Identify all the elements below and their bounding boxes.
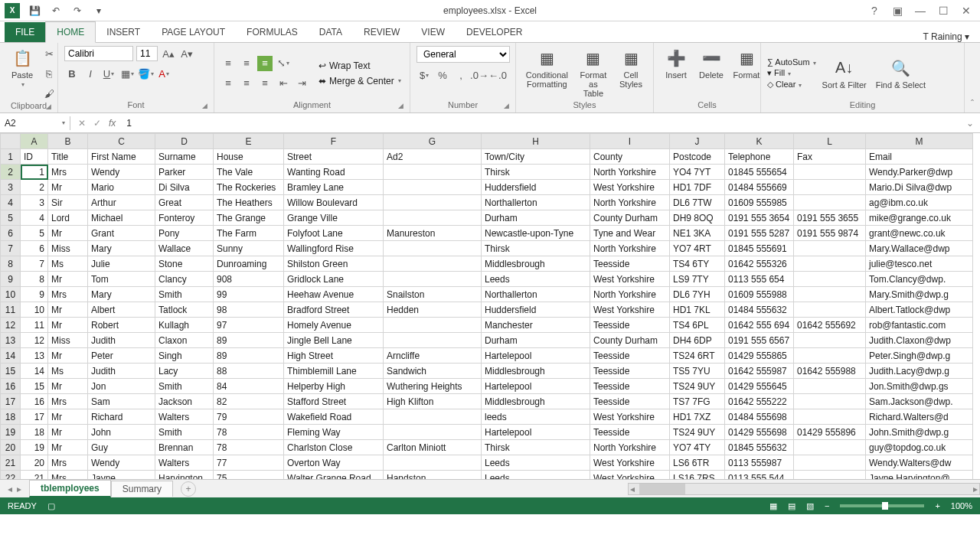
cell[interactable]: 01484 555698 xyxy=(725,409,794,425)
find-select-button[interactable]: 🔍Find & Select xyxy=(873,56,929,91)
cell[interactable] xyxy=(384,241,482,256)
cell[interactable]: YO7 4RT xyxy=(670,241,725,256)
cell[interactable]: 0191 555 6567 xyxy=(725,333,794,348)
row-header[interactable]: 7 xyxy=(1,241,21,256)
cell[interactable]: Grant xyxy=(88,226,155,241)
cell[interactable]: First Name xyxy=(88,149,155,165)
cell[interactable]: Jon xyxy=(88,379,155,394)
cell[interactable]: Bramley Lane xyxy=(284,180,384,195)
cell[interactable]: Wuthering Heights xyxy=(384,379,482,394)
col-header[interactable]: I xyxy=(590,134,670,149)
cell[interactable]: Jackson xyxy=(155,394,214,409)
cell[interactable]: 01642 555222 xyxy=(725,394,794,409)
cell[interactable] xyxy=(384,210,482,226)
cell[interactable]: Julie xyxy=(88,256,155,272)
cell[interactable] xyxy=(794,195,866,210)
cut-icon[interactable]: ✂ xyxy=(41,46,57,61)
row-header[interactable]: 1 xyxy=(1,149,21,165)
cell[interactable]: Sam.Jackson@dwp. xyxy=(866,394,973,409)
cell[interactable]: Wakefield Road xyxy=(284,409,384,425)
enter-formula-icon[interactable]: ✓ xyxy=(93,118,101,129)
cell[interactable]: 7 xyxy=(21,256,48,272)
cell[interactable]: Smith xyxy=(155,379,214,394)
cell[interactable]: LS16 7RS xyxy=(670,471,725,480)
close-icon[interactable]: ✕ xyxy=(960,5,972,17)
cell[interactable]: Charlston Close xyxy=(284,440,384,455)
cell[interactable]: Brennan xyxy=(155,440,214,455)
cell[interactable]: Huddersfield xyxy=(482,302,590,318)
cell[interactable]: 0191 555 9874 xyxy=(794,226,866,241)
tab-review[interactable]: REVIEW xyxy=(353,22,410,42)
cell[interactable]: leeds xyxy=(482,409,590,425)
cell[interactable]: LS6 6TR xyxy=(670,455,725,471)
cell[interactable]: Thirsk xyxy=(482,165,590,180)
cell[interactable]: Miss xyxy=(48,241,88,256)
cell[interactable]: Sunny xyxy=(214,241,284,256)
tab-home[interactable]: HOME xyxy=(45,21,96,43)
cell[interactable]: 21 xyxy=(21,471,48,480)
cell[interactable]: Dunroaming xyxy=(214,256,284,272)
cell[interactable]: North Yorkshire xyxy=(590,195,670,210)
cell[interactable]: Mrs xyxy=(48,455,88,471)
cell[interactable]: 13 xyxy=(21,348,48,364)
new-sheet-button[interactable]: + xyxy=(181,481,196,497)
cell[interactable]: Walters xyxy=(155,409,214,425)
cell[interactable]: ID xyxy=(21,149,48,165)
cell[interactable]: HD1 7XZ xyxy=(670,409,725,425)
cell[interactable]: 01642 555987 xyxy=(725,364,794,379)
cell[interactable]: John xyxy=(88,425,155,440)
cell[interactable]: Singh xyxy=(155,348,214,364)
cell[interactable]: Mary.Smith@dwp.g xyxy=(866,287,973,302)
cell[interactable]: Peter xyxy=(88,348,155,364)
cell[interactable] xyxy=(794,348,866,364)
cell[interactable]: Carlton Miniott xyxy=(384,440,482,455)
col-header[interactable]: D xyxy=(155,134,214,149)
cell[interactable]: 11 xyxy=(21,318,48,333)
decrease-font-icon[interactable]: A▾ xyxy=(179,46,194,61)
cell[interactable]: Wendy.Walters@dw xyxy=(866,455,973,471)
cell[interactable]: Sam xyxy=(88,394,155,409)
cell[interactable]: DH4 6DP xyxy=(670,333,725,348)
cell[interactable]: Fleming Way xyxy=(284,425,384,440)
cell[interactable] xyxy=(794,302,866,318)
cell[interactable]: Helperby High xyxy=(284,379,384,394)
cell[interactable]: 77 xyxy=(214,455,284,471)
cell[interactable]: Folyfoot Lane xyxy=(284,226,384,241)
cell[interactable]: Robert xyxy=(88,318,155,333)
cell[interactable]: Mario xyxy=(88,180,155,195)
cell[interactable] xyxy=(794,409,866,425)
cell[interactable]: 3 xyxy=(21,195,48,210)
cell[interactable]: Tyne and Wear xyxy=(590,226,670,241)
cell[interactable]: 01484 555669 xyxy=(725,180,794,195)
cell[interactable]: 01845 555691 xyxy=(725,241,794,256)
cell[interactable]: Teesside xyxy=(590,394,670,409)
cell[interactable]: Wendy.Parker@dwp xyxy=(866,165,973,180)
align-top-icon[interactable]: ≡ xyxy=(220,56,236,71)
maximize-icon[interactable]: ☐ xyxy=(937,5,949,17)
cell[interactable]: 18 xyxy=(21,425,48,440)
cell[interactable]: Claxon xyxy=(155,333,214,348)
cell[interactable]: grant@newc.co.uk xyxy=(866,226,973,241)
row-header[interactable]: 8 xyxy=(1,256,21,272)
cell[interactable]: Huddersfield xyxy=(482,180,590,195)
cell[interactable]: Mary xyxy=(88,241,155,256)
cell[interactable]: TS7 7FG xyxy=(670,394,725,409)
cell[interactable]: Street xyxy=(284,149,384,165)
cell[interactable]: julie@tesco.net xyxy=(866,256,973,272)
view-page-layout-icon[interactable]: ▤ xyxy=(788,501,795,511)
cell[interactable]: The Farm xyxy=(214,226,284,241)
cell[interactable]: Arthur xyxy=(88,195,155,210)
cell[interactable]: 78 xyxy=(214,425,284,440)
cell[interactable]: 01609 555985 xyxy=(725,195,794,210)
cell[interactable]: Middlesbrough xyxy=(482,364,590,379)
cell[interactable]: 98 xyxy=(214,302,284,318)
cell[interactable]: Mr xyxy=(48,318,88,333)
row-header[interactable]: 22 xyxy=(1,471,21,480)
copy-icon[interactable]: ⎘ xyxy=(41,66,57,81)
cell[interactable]: Durham xyxy=(482,333,590,348)
cell[interactable]: 12 xyxy=(21,333,48,348)
underline-button[interactable]: U▾ xyxy=(101,66,116,81)
align-right-icon[interactable]: ≡ xyxy=(257,76,273,91)
sheet-tab-summary[interactable]: Summary xyxy=(111,481,173,497)
tab-scroll-right-icon[interactable]: ▸ xyxy=(17,484,21,494)
